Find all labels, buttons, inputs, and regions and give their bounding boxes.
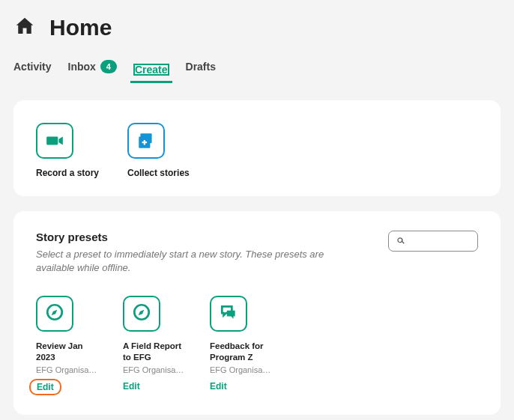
tab-bar: Activity Inbox 4 Create Drafts	[13, 60, 501, 79]
preset-edit-link[interactable]: Edit	[210, 381, 227, 392]
compass-icon	[45, 302, 64, 325]
preset-org: EFG Organisa…	[210, 365, 277, 374]
tab-activity[interactable]: Activity	[13, 61, 52, 79]
preset-edit-link[interactable]: Edit	[29, 379, 61, 395]
preset-open-button[interactable]	[36, 296, 73, 332]
actions-card: Record a story Collect stories	[13, 100, 501, 196]
preset-list: Review Jan 2023 EFG Organisa… Edit A Fie…	[36, 296, 478, 395]
preset-org: EFG Organisa…	[36, 365, 103, 374]
preset-edit-link[interactable]: Edit	[123, 381, 140, 392]
presets-subtitle: Select a preset to immediately start a n…	[36, 248, 358, 275]
inbox-badge: 4	[100, 60, 117, 73]
presets-card: Story presets Select a preset to immedia…	[13, 211, 501, 415]
presets-title: Story presets	[36, 231, 358, 243]
preset-search	[388, 231, 478, 252]
tab-create[interactable]: Create	[133, 64, 169, 76]
search-icon	[396, 236, 406, 246]
record-story-button[interactable]: Record a story	[36, 123, 99, 178]
collect-stories-label: Collect stories	[127, 168, 190, 178]
video-camera-icon	[36, 123, 73, 159]
tab-drafts[interactable]: Drafts	[186, 61, 216, 79]
preset-org: EFG Organisa…	[123, 365, 190, 374]
preset-open-button[interactable]	[210, 296, 247, 332]
preset-item: Feedback for Program Z EFG Organisa… Edi…	[210, 296, 277, 395]
page-title: Home	[49, 15, 112, 40]
preset-open-button[interactable]	[123, 296, 160, 332]
tab-inbox-label: Inbox	[68, 61, 96, 73]
preset-title: Review Jan 2023	[36, 341, 103, 362]
collect-stories-button[interactable]: Collect stories	[127, 123, 190, 178]
record-story-label: Record a story	[36, 168, 99, 178]
page-header: Home	[13, 15, 501, 40]
preset-item: A Field Report to EFG EFG Organisa… Edit	[123, 296, 190, 395]
collect-icon	[127, 123, 165, 159]
chat-icon	[219, 302, 238, 325]
compass-icon	[132, 302, 151, 325]
preset-title: A Field Report to EFG	[123, 341, 190, 362]
preset-title: Feedback for Program Z	[210, 341, 277, 362]
tab-inbox[interactable]: Inbox 4	[68, 60, 117, 79]
home-icon	[13, 15, 36, 40]
preset-item: Review Jan 2023 EFG Organisa… Edit	[36, 296, 103, 395]
